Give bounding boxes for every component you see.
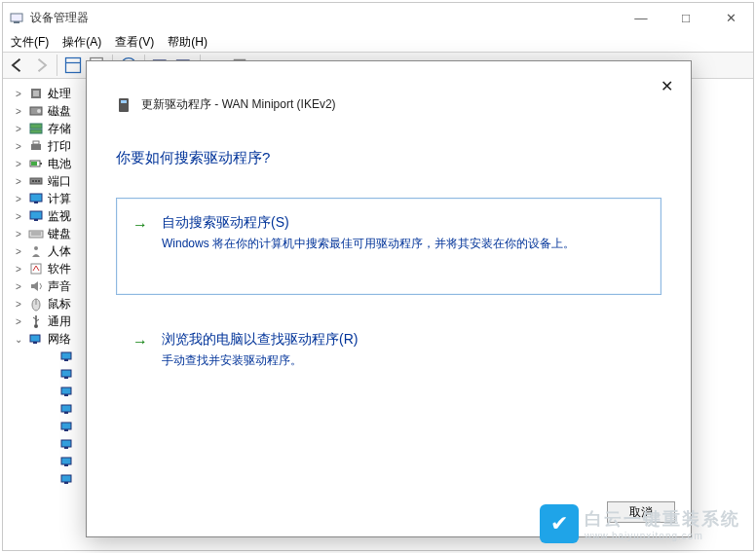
expand-icon[interactable]: > (13, 89, 24, 99)
expand-icon[interactable]: > (13, 176, 24, 187)
menu-view[interactable]: 查看(V) (115, 34, 154, 51)
network-icon (28, 331, 44, 347)
nav-forward-button[interactable] (30, 55, 52, 76)
option-auto-title: 自动搜索驱动程序(S) (162, 214, 643, 232)
svg-rect-33 (34, 219, 38, 221)
svg-rect-20 (30, 129, 42, 133)
watermark-brand: 白云一键重装系统 (585, 507, 740, 531)
svg-rect-54 (64, 429, 68, 431)
svg-rect-32 (30, 211, 42, 219)
keyboard-icon (28, 226, 44, 241)
option-auto-search[interactable]: → 自动搜索驱动程序(S) Windows 将在你的计算机中搜索最佳可用驱动程序… (116, 198, 662, 295)
svg-rect-46 (64, 359, 68, 361)
option-browse[interactable]: → 浏览我的电脑以查找驱动程序(R) 手动查找并安装驱动程序。 (116, 314, 662, 383)
svg-rect-53 (61, 423, 71, 429)
expand-icon[interactable]: > (13, 194, 24, 204)
svg-rect-44 (33, 342, 37, 344)
svg-rect-58 (64, 464, 68, 466)
network-adapter-icon (59, 401, 75, 417)
expand-icon[interactable]: > (13, 124, 24, 134)
titlebar: 设备管理器 — □ ✕ (3, 3, 753, 32)
svg-rect-48 (64, 377, 68, 379)
svg-rect-50 (64, 394, 68, 396)
svg-point-37 (34, 246, 38, 250)
option-auto-desc: Windows 将在你的计算机中搜索最佳可用驱动程序，并将其安装在你的设备上。 (162, 236, 643, 252)
option-browse-title: 浏览我的电脑以查找驱动程序(R) (162, 331, 643, 349)
svg-rect-43 (30, 335, 40, 342)
menu-file[interactable]: 文件(F) (11, 34, 49, 51)
network-adapter-icon (59, 349, 75, 364)
expand-icon[interactable]: > (13, 246, 24, 257)
svg-point-18 (37, 109, 41, 113)
svg-rect-60 (64, 482, 68, 484)
svg-rect-1 (14, 21, 19, 23)
svg-rect-22 (33, 141, 39, 144)
network-adapter-icon (59, 471, 75, 487)
watermark-url: www.baiyunxitong.com (585, 531, 740, 541)
monitor-icon (28, 208, 44, 224)
tree-node-label: 处理 (48, 86, 71, 102)
maximize-button[interactable]: □ (663, 3, 708, 32)
arrow-icon: → (132, 333, 148, 350)
watermark: ✔ 白云一键重装系统 www.baiyunxitong.com (540, 504, 740, 543)
dialog-close-button[interactable]: ✕ (657, 73, 677, 99)
dialog-question: 你要如何搜索驱动程序? (116, 149, 270, 167)
svg-rect-16 (33, 91, 39, 96)
svg-rect-2 (66, 58, 81, 73)
update-driver-dialog: ✕ 更新驱动程序 - WAN Miniport (IKEv2) 你要如何搜索驱动… (86, 60, 692, 537)
window-title: 设备管理器 (30, 10, 89, 26)
svg-rect-24 (40, 163, 42, 165)
nav-back-button[interactable] (7, 55, 28, 76)
close-button[interactable]: ✕ (708, 3, 753, 32)
tree-node-label: 磁盘 (48, 103, 71, 120)
svg-point-29 (38, 180, 40, 182)
expand-icon[interactable]: > (13, 159, 24, 169)
expand-icon[interactable]: > (13, 141, 24, 152)
svg-rect-59 (61, 475, 71, 482)
device-icon (116, 97, 132, 113)
hid-icon (28, 243, 44, 259)
battery-icon (28, 156, 44, 171)
expand-icon[interactable]: > (13, 281, 24, 292)
chip-icon (28, 86, 44, 101)
minimize-button[interactable]: — (619, 3, 663, 32)
tree-node-label: 网络 (48, 331, 71, 348)
collapse-icon[interactable]: ⌄ (13, 334, 24, 345)
tree-node-label: 通用 (48, 313, 71, 330)
expand-icon[interactable]: > (13, 316, 24, 327)
expand-icon[interactable]: > (13, 229, 24, 240)
svg-rect-31 (34, 202, 38, 203)
tree-node-label: 声音 (48, 278, 71, 295)
svg-point-28 (35, 180, 37, 182)
svg-rect-30 (30, 194, 42, 202)
network-adapter-icon (59, 384, 75, 399)
expand-icon[interactable]: > (13, 299, 24, 310)
app-icon (9, 10, 24, 25)
tree-node-label: 电池 (48, 156, 71, 172)
svg-rect-0 (11, 14, 22, 21)
tree-node-label: 鼠标 (48, 296, 71, 313)
svg-rect-49 (61, 387, 71, 394)
port-icon (28, 173, 44, 189)
tree-node-label: 端口 (48, 173, 71, 190)
svg-rect-62 (121, 100, 127, 103)
svg-rect-51 (61, 405, 71, 412)
network-adapter-icon (59, 366, 75, 382)
tree-node-label: 软件 (48, 261, 71, 277)
show-hide-tree-button[interactable] (62, 55, 84, 76)
menu-action[interactable]: 操作(A) (62, 34, 101, 51)
arrow-icon: → (132, 216, 148, 234)
expand-icon[interactable]: > (13, 106, 24, 117)
mouse-icon (28, 296, 44, 312)
expand-icon[interactable]: > (13, 264, 24, 275)
tree-node-label: 存储 (48, 121, 71, 137)
svg-point-41 (34, 324, 38, 328)
software-icon (28, 261, 44, 276)
svg-rect-45 (61, 352, 71, 359)
svg-point-27 (32, 180, 34, 182)
tree-node-label: 键盘 (48, 226, 71, 242)
expand-icon[interactable]: > (13, 211, 24, 222)
menu-help[interactable]: 帮助(H) (168, 34, 208, 51)
option-browse-desc: 手动查找并安装驱动程序。 (162, 352, 643, 369)
tree-node-label: 人体 (48, 243, 71, 260)
